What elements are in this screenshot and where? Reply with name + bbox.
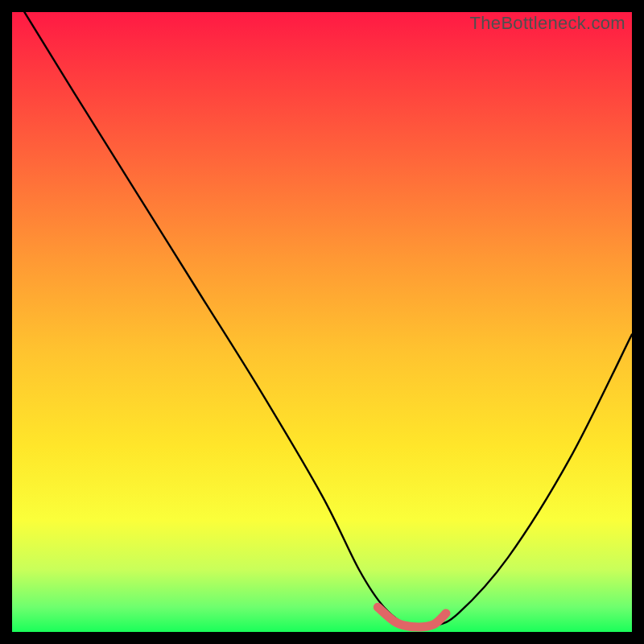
chart-svg (12, 12, 632, 632)
chart-frame: TheBottleneck.com (0, 0, 644, 644)
chart-plot-area: TheBottleneck.com (12, 12, 632, 632)
bottleneck-curve-path (24, 12, 632, 628)
